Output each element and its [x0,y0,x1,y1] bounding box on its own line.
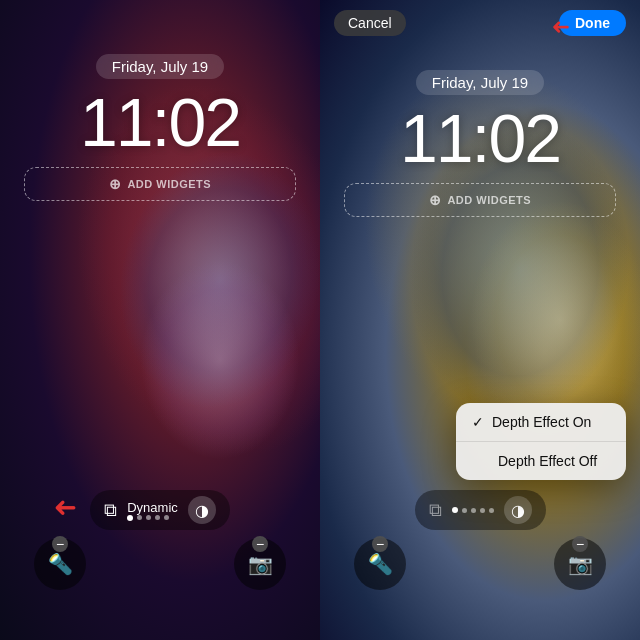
left-phone-panel: Friday, July 19 11:02 ⊕ ADD WIDGETS ➜ ⧉ … [0,0,320,640]
right-dots-row [452,507,494,513]
right-flashlight-minus: − [372,536,388,552]
right-dot-5 [489,508,494,513]
left-bottom-actions: − 🔦 − 📷 [24,538,296,590]
left-camera-minus: − [252,536,268,552]
right-flashlight-btn[interactable]: − 🔦 [354,538,406,590]
right-wallpaper-selector[interactable]: ⧉ ◑ [415,490,546,530]
depth-off-label: Depth Effect Off [498,453,597,469]
right-dot-1 [452,507,458,513]
dot-5 [164,515,169,520]
left-flashlight-btn[interactable]: − 🔦 [34,538,86,590]
dot-3 [146,515,151,520]
left-camera-btn[interactable]: − 📷 [234,538,286,590]
left-add-icon: ⊕ [109,176,122,192]
cancel-button[interactable]: Cancel [334,10,406,36]
right-top-bar: Cancel Done [320,10,640,36]
right-red-arrow: ➜ [552,14,570,40]
left-add-widgets-label: ADD WIDGETS [127,178,211,190]
right-date-label: Friday, July 19 [416,70,544,95]
left-layers-icon: ⧉ [104,500,117,521]
left-flashlight-minus: − [52,536,68,552]
right-add-icon: ⊕ [429,192,442,208]
right-bottom-actions: − 🔦 − 📷 [344,538,616,590]
right-dot-4 [480,508,485,513]
menu-item-depth-on[interactable]: ✓ Depth Effect On [456,403,626,442]
right-add-widgets-btn[interactable]: ⊕ ADD WIDGETS [344,183,616,217]
left-bottom-bar: ⧉ Dynamic ◑ − 🔦 − 📷 [0,490,320,590]
left-date-label: Friday, July 19 [96,54,224,79]
right-camera-icon: 📷 [568,552,593,576]
dot-4 [155,515,160,520]
right-phone-panel: Cancel Done ➜ Friday, July 19 11:02 ⊕ AD… [320,0,640,640]
dot-1 [127,515,133,521]
left-add-widgets-btn[interactable]: ⊕ ADD WIDGETS [24,167,296,201]
left-wallpaper-label: Dynamic [127,500,178,515]
left-time-label: 11:02 [80,83,240,161]
right-add-widgets-label: ADD WIDGETS [447,194,531,206]
depth-on-label: Depth Effect On [492,414,591,430]
right-dot-3 [471,508,476,513]
left-status-bar [0,0,320,44]
left-camera-icon: 📷 [248,552,273,576]
right-time-label: 11:02 [400,99,560,177]
right-dot-2 [462,508,467,513]
left-wallpaper-selector[interactable]: ⧉ Dynamic ◑ [90,490,230,530]
left-flashlight-icon: 🔦 [48,552,73,576]
right-bottom-bar: ⧉ ◑ − 🔦 − 📷 [320,490,640,590]
right-depth-icon[interactable]: ◑ [504,496,532,524]
right-flashlight-icon: 🔦 [368,552,393,576]
left-depth-icon[interactable]: ◑ [188,496,216,524]
depth-on-check: ✓ [472,414,484,430]
dot-2 [137,515,142,520]
right-widgets-area: ⊕ ADD WIDGETS [344,183,616,217]
depth-context-menu: ✓ Depth Effect On Depth Effect Off [456,403,626,480]
left-widgets-area: ⊕ ADD WIDGETS [24,167,296,201]
right-camera-minus: − [572,536,588,552]
left-wallpaper-name-area: Dynamic [127,500,178,521]
right-camera-btn[interactable]: − 📷 [554,538,606,590]
menu-item-depth-off[interactable]: Depth Effect Off [456,442,626,480]
right-layers-icon: ⧉ [429,500,442,521]
left-dots-row [127,515,178,521]
